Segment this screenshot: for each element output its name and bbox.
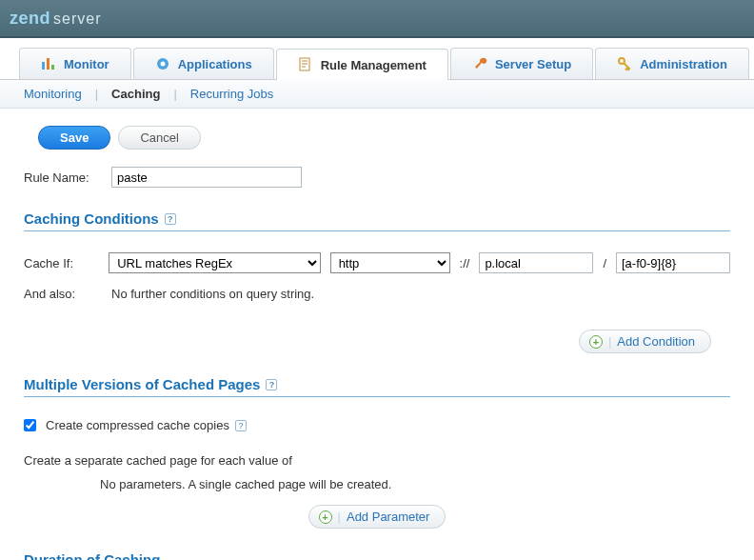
tab-monitor[interactable]: Monitor	[19, 48, 131, 79]
add-condition-label: Add Condition	[617, 334, 695, 349]
section-duration-title: Duration of Caching	[24, 551, 160, 560]
path-input[interactable]	[616, 252, 730, 273]
rule-name-input[interactable]	[111, 167, 302, 188]
plus-icon: +	[319, 510, 332, 524]
match-mode-select[interactable]: URL matches RegEx	[109, 252, 320, 273]
tab-administration-label: Administration	[640, 57, 727, 71]
section-duration: Duration of Caching	[24, 551, 730, 560]
content: Save Cancel Rule Name: Caching Condition…	[0, 109, 754, 560]
rule-name-row: Rule Name:	[24, 167, 730, 188]
action-buttons: Save Cancel	[38, 126, 730, 150]
rule-icon	[298, 57, 313, 72]
tab-administration[interactable]: Administration	[595, 48, 749, 79]
cache-if-label: Cache If:	[24, 256, 99, 270]
cancel-button[interactable]: Cancel	[118, 126, 200, 150]
compressed-label-text: Create compressed cache copies	[46, 418, 229, 432]
separate-subtext: No parameters. A single cached page will…	[100, 477, 730, 491]
svg-rect-2	[51, 65, 54, 70]
add-condition-button[interactable]: + | Add Condition	[579, 330, 711, 353]
compressed-label: Create compressed cache copies ?	[46, 418, 247, 432]
wrench-icon	[472, 56, 487, 71]
cache-if-row: Cache If: URL matches RegEx http :// /	[24, 252, 730, 273]
path-separator: /	[603, 256, 606, 270]
add-condition-row: + | Add Condition	[24, 330, 730, 353]
host-input[interactable]	[479, 252, 593, 273]
key-icon	[617, 56, 632, 71]
compressed-checkbox[interactable]	[24, 419, 36, 431]
section-caching-conditions: Caching Conditions ?	[24, 210, 730, 231]
rule-name-label: Rule Name:	[24, 170, 111, 185]
compressed-row: Create compressed cache copies ?	[24, 418, 730, 432]
scheme-separator: ://	[460, 256, 470, 270]
logo-product: server	[53, 10, 101, 28]
logo-brand: zend	[10, 9, 50, 29]
logo: zend server	[10, 9, 101, 29]
plus-icon: +	[589, 335, 603, 349]
pill-divider: |	[338, 510, 341, 524]
and-also-label: And also:	[24, 287, 111, 301]
tab-rule-management[interactable]: Rule Management	[276, 49, 448, 80]
tab-applications-label: Applications	[178, 57, 252, 71]
applications-icon	[155, 56, 170, 71]
main-tabs: Monitor Applications Rule Management Ser…	[0, 48, 754, 80]
pill-divider: |	[608, 334, 611, 349]
svg-point-4	[160, 62, 165, 67]
tab-server-setup[interactable]: Server Setup	[450, 48, 593, 79]
add-parameter-label: Add Parameter	[347, 510, 429, 524]
add-parameter-row: + | Add Parameter	[24, 505, 730, 529]
help-icon[interactable]: ?	[165, 213, 176, 225]
subnav-sep: |	[95, 87, 98, 101]
tab-rule-management-label: Rule Management	[321, 58, 427, 72]
help-icon[interactable]: ?	[235, 420, 247, 431]
sub-nav: Monitoring | Caching | Recurring Jobs	[0, 80, 754, 109]
subnav-recurring[interactable]: Recurring Jobs	[190, 87, 273, 101]
tab-applications[interactable]: Applications	[133, 48, 274, 79]
save-button[interactable]: Save	[38, 126, 110, 150]
help-icon[interactable]: ?	[266, 379, 277, 390]
app-header: zend server	[0, 0, 754, 38]
monitor-icon	[41, 56, 56, 71]
svg-rect-1	[47, 58, 50, 70]
subnav-caching[interactable]: Caching	[111, 87, 160, 101]
subnav-monitoring[interactable]: Monitoring	[24, 87, 82, 101]
tab-monitor-label: Monitor	[64, 57, 109, 71]
separate-text: Create a separate cached page for each v…	[24, 453, 730, 468]
add-parameter-button[interactable]: + | Add Parameter	[308, 505, 446, 529]
subnav-sep: |	[173, 87, 176, 101]
tab-server-setup-label: Server Setup	[495, 57, 571, 71]
and-also-text: No further conditions on query string.	[111, 287, 314, 301]
and-also-row: And also: No further conditions on query…	[24, 287, 730, 301]
section-multiple-versions: Multiple Versions of Cached Pages ?	[24, 376, 730, 397]
svg-rect-0	[42, 62, 45, 70]
section-caching-conditions-title: Caching Conditions	[24, 210, 159, 227]
section-multiple-versions-title: Multiple Versions of Cached Pages	[24, 376, 260, 392]
protocol-select[interactable]: http	[330, 252, 450, 273]
